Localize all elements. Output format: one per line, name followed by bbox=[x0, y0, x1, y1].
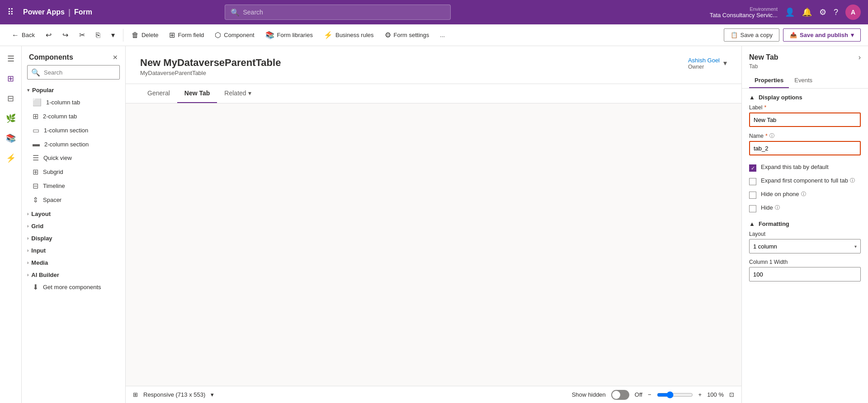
search-input[interactable] bbox=[243, 9, 445, 16]
grid-group-label: Grid bbox=[31, 223, 43, 230]
settings-icon[interactable]: ⚙ bbox=[819, 7, 826, 17]
zoom-slider[interactable] bbox=[657, 391, 693, 398]
form-settings-icon: ⚙ bbox=[385, 31, 391, 39]
props-tab-properties[interactable]: Properties bbox=[749, 73, 789, 88]
form-libraries-button[interactable]: 📚 Form libraries bbox=[261, 28, 317, 42]
form-top-row: New MyDataverseParentTable MyDataversePa… bbox=[140, 57, 727, 76]
redo-button[interactable]: ↪ bbox=[58, 28, 73, 42]
app-name: Power Apps bbox=[23, 8, 65, 16]
expand-tab-checkbox[interactable]: ✓ bbox=[749, 164, 756, 172]
panel-close-button[interactable]: ✕ bbox=[113, 54, 118, 61]
hide-checkbox[interactable] bbox=[749, 205, 756, 212]
save-publish-button[interactable]: 📤 Save and publish ▾ bbox=[783, 28, 861, 42]
hide-on-phone-checkbox[interactable] bbox=[749, 192, 756, 199]
media-group-header[interactable]: › Media bbox=[22, 256, 125, 268]
display-options-header[interactable]: ▲ Display options bbox=[742, 89, 868, 104]
label-input[interactable] bbox=[749, 112, 861, 127]
back-button[interactable]: ← Back bbox=[7, 28, 39, 42]
undo-button[interactable]: ↩ bbox=[41, 28, 56, 42]
form-field-icon: ⊞ bbox=[169, 31, 175, 39]
get-more-components[interactable]: ⬇ Get more components bbox=[22, 280, 125, 294]
component-subgrid[interactable]: ⊞ Subgrid bbox=[22, 165, 125, 179]
props-tab-events[interactable]: Events bbox=[789, 73, 818, 88]
component-2-column-tab[interactable]: ⊞ 2-column tab bbox=[22, 109, 125, 123]
tab-related[interactable]: Related ▾ bbox=[217, 84, 258, 103]
component-spacer[interactable]: ⇕ Spacer bbox=[22, 193, 125, 207]
component-button[interactable]: ⬡ Component bbox=[210, 28, 259, 42]
form-title-area: New MyDataverseParentTable MyDataversePa… bbox=[140, 57, 281, 76]
redo-icon: ↪ bbox=[62, 31, 68, 39]
more-button[interactable]: ... bbox=[435, 29, 449, 41]
sidebar-item-tree-view-icon[interactable]: 🌿 bbox=[2, 109, 20, 127]
person-icon[interactable]: 👤 bbox=[785, 7, 795, 17]
component-quick-view[interactable]: ☰ Quick view bbox=[22, 151, 125, 165]
sidebar-item-components-icon[interactable]: ⊞ bbox=[2, 70, 20, 88]
zoom-minus-icon[interactable]: − bbox=[648, 391, 651, 398]
expand-first-component-checkbox[interactable] bbox=[749, 178, 756, 185]
sidebar-item-table-columns-icon[interactable]: ⊟ bbox=[2, 89, 20, 108]
save-copy-button[interactable]: 📋 Save a copy bbox=[724, 28, 780, 42]
name-input[interactable] bbox=[749, 141, 861, 155]
component-1-column-tab[interactable]: ⬜ 1-column tab bbox=[22, 95, 125, 109]
display-options-arrow: ▲ bbox=[749, 94, 755, 101]
save-copy-label: Save a copy bbox=[741, 32, 773, 38]
component-2-col-tab-label: 2-column tab bbox=[43, 113, 77, 120]
copy-button[interactable]: ⎘ bbox=[91, 28, 105, 42]
input-group-header[interactable]: › Input bbox=[22, 244, 125, 256]
tab-new-tab[interactable]: New Tab bbox=[177, 84, 217, 103]
cut-button[interactable]: ✂ bbox=[75, 28, 90, 42]
panel-search-box[interactable]: 🔍 bbox=[27, 65, 120, 80]
form-owner-name[interactable]: Ashish Goel bbox=[688, 57, 720, 64]
right-panel-chevron[interactable]: › bbox=[859, 53, 861, 61]
component-label: Component bbox=[224, 32, 254, 38]
hide-on-phone-info-icon[interactable]: ⓘ bbox=[801, 191, 806, 197]
right-panel-title-area: New Tab bbox=[749, 53, 778, 61]
display-group-header[interactable]: › Display bbox=[22, 231, 125, 244]
layout-dropdown[interactable]: 1 column ▾ bbox=[749, 239, 861, 253]
form-field-button[interactable]: ⊞ Form field bbox=[165, 28, 208, 42]
avatar[interactable]: A bbox=[845, 5, 861, 20]
ai-builder-group-header[interactable]: › AI Builder bbox=[22, 268, 125, 280]
sidebar-item-form-libraries-icon[interactable]: 📚 bbox=[2, 129, 20, 147]
form-settings-button[interactable]: ⚙ Form settings bbox=[380, 28, 434, 42]
expand-first-info-icon[interactable]: ⓘ bbox=[850, 177, 855, 184]
hide-on-phone-label: Hide on phone ⓘ bbox=[761, 191, 806, 197]
notification-icon[interactable]: 🔔 bbox=[802, 7, 812, 17]
formatting-section: Layout 1 column ▾ Column 1 Width bbox=[742, 231, 868, 281]
sidebar-item-business-rules-icon[interactable]: ⚡ bbox=[2, 149, 20, 167]
layout-value: 1 column bbox=[753, 243, 777, 250]
popular-group-header[interactable]: ▾ Popular bbox=[22, 83, 125, 95]
expand-first-component-label: Expand first component to full tab ⓘ bbox=[761, 177, 855, 184]
name-info-icon[interactable]: ⓘ bbox=[769, 132, 774, 139]
hamburger-icon[interactable]: ☰ bbox=[2, 50, 20, 68]
app-grid-icon[interactable]: ⠿ bbox=[7, 7, 14, 18]
component-1-column-section[interactable]: ▭ 1-column section bbox=[22, 123, 125, 137]
responsive-dropdown-icon[interactable]: ▾ bbox=[211, 391, 214, 398]
panel-search-input[interactable] bbox=[44, 69, 116, 76]
two-col-tab-icon: ⊞ bbox=[33, 112, 38, 121]
zoom-plus-icon[interactable]: + bbox=[698, 391, 702, 398]
right-panel-header: New Tab › bbox=[742, 46, 868, 63]
component-timeline[interactable]: ⊟ Timeline bbox=[22, 179, 125, 193]
show-hidden-toggle[interactable] bbox=[611, 390, 629, 400]
save-publish-dropdown-icon[interactable]: ▾ bbox=[851, 32, 854, 38]
tab-general[interactable]: General bbox=[140, 84, 177, 103]
component-2-column-section[interactable]: ▬ 2-column section bbox=[22, 137, 125, 151]
name-required-star: * bbox=[765, 133, 768, 139]
layout-group-header[interactable]: › Layout bbox=[22, 207, 125, 219]
business-rules-button[interactable]: ⚡ Business rules bbox=[319, 28, 378, 42]
col-width-input[interactable] bbox=[749, 267, 861, 281]
fit-icon[interactable]: ⊡ bbox=[729, 391, 734, 398]
delete-button[interactable]: 🗑 Delete bbox=[127, 28, 163, 42]
form-user-area: Ashish Goel Owner ▾ bbox=[688, 57, 727, 70]
owner-dropdown-icon[interactable]: ▾ bbox=[723, 59, 727, 67]
copy-dropdown-button[interactable]: ▾ bbox=[107, 28, 119, 42]
hide-info-icon[interactable]: ⓘ bbox=[775, 204, 780, 211]
help-icon[interactable]: ? bbox=[834, 8, 838, 17]
global-search[interactable]: 🔍 bbox=[225, 5, 451, 20]
component-2-col-section-label: 2-column section bbox=[44, 141, 89, 148]
grid-group-header[interactable]: › Grid bbox=[22, 219, 125, 231]
related-dropdown-icon[interactable]: ▾ bbox=[248, 89, 251, 97]
label-field-group: Label * bbox=[742, 104, 868, 132]
formatting-section-header[interactable]: ▲ Formatting bbox=[742, 215, 868, 231]
